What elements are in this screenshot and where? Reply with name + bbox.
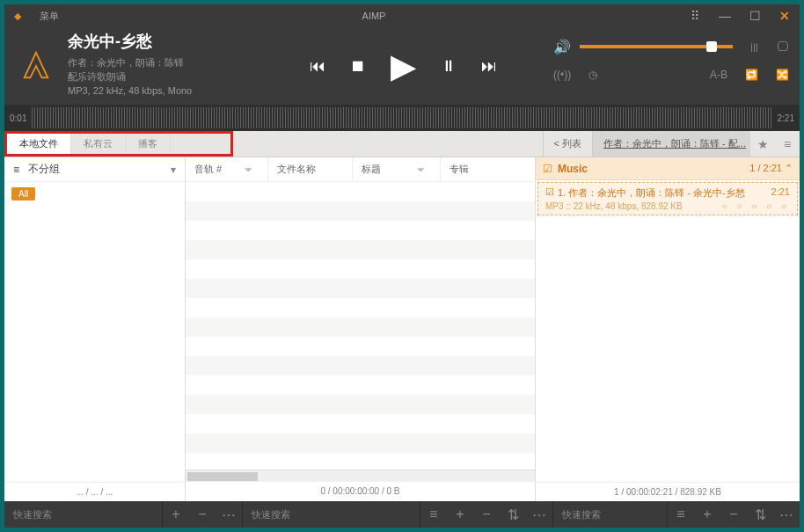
track-title: 余光中-乡愁 bbox=[68, 31, 252, 52]
clock-icon[interactable]: ◷ bbox=[588, 69, 597, 81]
add-2-button[interactable]: + bbox=[447, 506, 473, 522]
main-area: ≡ 不分组 ▾ All ... / ... / ... 音轨 #⏷ 文件名称 标… bbox=[4, 157, 800, 501]
minimize-button[interactable]: — bbox=[710, 9, 740, 23]
sort-3-icon[interactable]: ⇅ bbox=[747, 506, 773, 523]
volume-row: 🔊 ⫼ 🖵 bbox=[553, 33, 789, 61]
titlebar: ◆ 菜单 AIMP ⠿ — ☐ ✕ bbox=[4, 4, 800, 27]
player-extras: ((•)) ◷ A-B 🔁 🔀 bbox=[553, 61, 789, 89]
search-2[interactable]: 快速搜索 bbox=[243, 501, 420, 528]
menu-3-icon[interactable]: ≡ bbox=[668, 506, 694, 522]
playlist-group-header[interactable]: ☑ Music 1 / 2:21 ⌃ bbox=[536, 157, 800, 180]
add-3-button[interactable]: + bbox=[694, 506, 720, 522]
search-3[interactable]: 快速搜索 bbox=[553, 501, 668, 528]
hamburger-icon[interactable]: ≡ bbox=[775, 137, 800, 151]
more-3-button[interactable]: ⋯ bbox=[773, 506, 800, 523]
column-headers: 音轨 #⏷ 文件名称 标题⏷ 专辑 bbox=[186, 157, 535, 182]
app-logo-icon: ◆ bbox=[4, 11, 31, 22]
filelist-status: 0 / 00:00:00:00 / 0 B bbox=[186, 482, 535, 501]
player-right: 🔊 ⫼ 🖵 ((•)) ◷ A-B 🔁 🔀 bbox=[553, 27, 800, 105]
playlist-item-meta: MP3 :: 22 kHz, 48 kbps, 828.92 KB bbox=[545, 201, 722, 211]
app-window: ◆ 菜单 AIMP ⠿ — ☐ ✕ 余光中-乡愁 作者：余光中，朗诵：陈铎 配乐… bbox=[4, 4, 800, 528]
group-selector[interactable]: ≡ 不分组 ▾ bbox=[4, 157, 185, 182]
group-label: 不分组 bbox=[28, 162, 60, 177]
file-list: 音轨 #⏷ 文件名称 标题⏷ 专辑 0 / 00:00:00:00 / 0 B bbox=[186, 157, 536, 501]
menu-button[interactable]: 菜单 bbox=[31, 10, 68, 23]
all-pill[interactable]: All bbox=[11, 187, 35, 200]
volume-icon[interactable]: 🔊 bbox=[553, 39, 571, 55]
waveform-bar[interactable]: 0:01 2:21 bbox=[4, 105, 800, 131]
volume-slider[interactable] bbox=[580, 45, 733, 48]
playlist: ☑ Music 1 / 2:21 ⌃ ☑ 1. 作者：余光中，朗诵：陈铎 - 余… bbox=[536, 157, 800, 501]
window-title: AIMP bbox=[68, 11, 680, 21]
tab-podcast[interactable]: 播客 bbox=[126, 134, 171, 154]
track-info: 余光中-乡愁 作者：余光中，朗诵：陈铎 配乐诗歌朗诵 MP3, 22 kHz, … bbox=[68, 27, 252, 105]
pause-button[interactable]: ⏸ bbox=[441, 57, 457, 76]
source-tabs: 本地文件 私有云 播客 < 列表 作者：余光中，朗诵：陈铎 - 配... ★ ≡ bbox=[4, 131, 800, 157]
time-total: 2:21 bbox=[778, 113, 794, 123]
star-icon[interactable]: ★ bbox=[750, 137, 775, 151]
track-meta-format: MP3, 22 kHz, 48 kbps, Mono bbox=[68, 84, 252, 98]
remove-3-button[interactable]: − bbox=[720, 506, 747, 522]
check-icon[interactable]: ☑ bbox=[543, 163, 552, 175]
remove-2-button[interactable]: − bbox=[473, 506, 500, 522]
chevron-down-icon: ▾ bbox=[171, 164, 176, 176]
play-button[interactable]: ▶ bbox=[391, 47, 416, 85]
bottom-toolbar: 快速搜索 +−⋯ 快速搜索 ≡+−⇅⋯ 快速搜索 ≡+−⇅⋯ bbox=[4, 501, 800, 528]
item-check-icon[interactable]: ☑ bbox=[545, 186, 554, 200]
player-panel: 余光中-乡愁 作者：余光中，朗诵：陈铎 配乐诗歌朗诵 MP3, 22 kHz, … bbox=[4, 27, 800, 105]
broadcast-icon[interactable]: ((•)) bbox=[553, 69, 571, 81]
tab-private-cloud[interactable]: 私有云 bbox=[71, 134, 126, 154]
compact-icon[interactable]: ⠿ bbox=[680, 9, 710, 23]
prev-button[interactable]: ⏮ bbox=[310, 57, 325, 76]
playlist-status: 1 / 00:00:02:21 / 828.92 KB bbox=[536, 482, 800, 501]
sidebar: ≡ 不分组 ▾ All ... / ... / ... bbox=[4, 157, 186, 501]
add-1-button[interactable]: + bbox=[163, 506, 189, 522]
sidebar-status: ... / ... / ... bbox=[4, 482, 185, 501]
next-button[interactable]: ⏭ bbox=[481, 57, 497, 76]
col-album[interactable]: 专辑 bbox=[441, 157, 535, 181]
playlist-item[interactable]: ☑ 1. 作者：余光中，朗诵：陈铎 - 余光中-乡愁 2:21 MP3 :: 2… bbox=[537, 182, 798, 215]
tab-highlight-box: 本地文件 私有云 播客 bbox=[4, 131, 233, 157]
playlist-group-name: Music bbox=[558, 163, 749, 175]
playlist-item-name: 1. 作者：余光中，朗诵：陈铎 - 余光中-乡愁 bbox=[558, 186, 771, 200]
repeat-icon[interactable]: 🔁 bbox=[745, 69, 758, 81]
file-rows[interactable] bbox=[186, 182, 535, 470]
sort-2-icon[interactable]: ⇅ bbox=[500, 506, 526, 523]
list-icon: ≡ bbox=[13, 164, 19, 176]
search-1[interactable]: 快速搜索 bbox=[4, 501, 163, 528]
tab-local-files[interactable]: 本地文件 bbox=[7, 134, 71, 154]
time-elapsed: 0:01 bbox=[10, 113, 26, 123]
remove-1-button[interactable]: − bbox=[189, 506, 216, 522]
aimp-logo-icon bbox=[4, 27, 68, 105]
playlist-group-count: 1 / 2:21 ⌃ bbox=[749, 163, 793, 174]
col-track[interactable]: 音轨 #⏷ bbox=[186, 157, 268, 181]
more-1-button[interactable]: ⋯ bbox=[216, 506, 242, 523]
shuffle-icon[interactable]: 🔀 bbox=[776, 69, 789, 81]
waveform[interactable] bbox=[32, 107, 771, 128]
more-2-button[interactable]: ⋯ bbox=[526, 506, 552, 523]
playback-controls: ⏮ ⏹ ▶ ⏸ ⏭ bbox=[252, 27, 553, 105]
rating-dots[interactable]: ○ ○ ○ ○ ○ bbox=[722, 201, 790, 211]
breadcrumb[interactable]: 作者：余光中，朗诵：陈铎 - 配... bbox=[592, 131, 750, 157]
equalizer-icon[interactable]: ⫼ bbox=[749, 40, 761, 54]
col-filename[interactable]: 文件名称 bbox=[268, 157, 353, 181]
col-title[interactable]: 标题⏷ bbox=[353, 157, 441, 181]
maximize-button[interactable]: ☐ bbox=[740, 9, 770, 23]
hscrollbar[interactable] bbox=[186, 470, 535, 482]
close-button[interactable]: ✕ bbox=[770, 9, 800, 23]
playlist-item-duration: 2:21 bbox=[771, 186, 790, 200]
stop-button[interactable]: ⏹ bbox=[350, 57, 366, 76]
menu-2-icon[interactable]: ≡ bbox=[420, 506, 447, 522]
track-meta-artist: 作者：余光中，朗诵：陈铎 bbox=[68, 55, 252, 69]
display-icon[interactable]: 🖵 bbox=[777, 40, 789, 54]
track-meta-album: 配乐诗歌朗诵 bbox=[68, 69, 252, 84]
ab-repeat-button[interactable]: A-B bbox=[710, 69, 727, 81]
list-back-button[interactable]: < 列表 bbox=[543, 131, 592, 157]
